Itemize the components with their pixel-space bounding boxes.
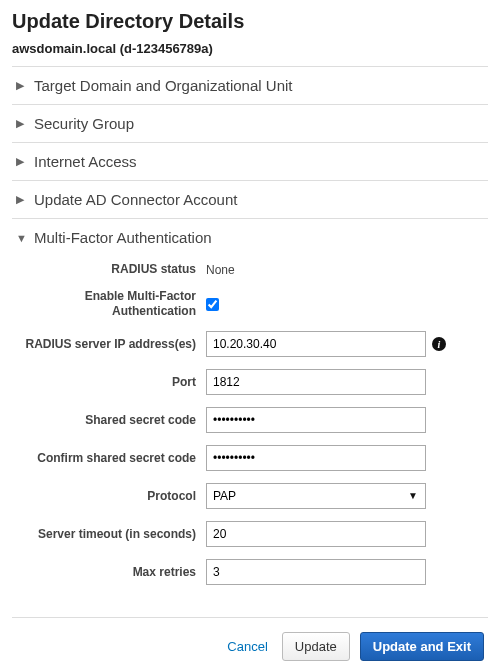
chevron-right-icon: ▶: [16, 79, 26, 92]
update-exit-button[interactable]: Update and Exit: [360, 632, 484, 661]
section-security-group[interactable]: ▶ Security Group: [12, 104, 488, 142]
update-button[interactable]: Update: [282, 632, 350, 661]
section-mfa[interactable]: ▼ Multi-Factor Authentication: [12, 218, 488, 256]
section-internet-access[interactable]: ▶ Internet Access: [12, 142, 488, 180]
section-label: Internet Access: [34, 153, 137, 170]
server-ip-label: RADIUS server IP address(es): [16, 337, 206, 352]
chevron-right-icon: ▶: [16, 193, 26, 206]
footer-actions: Cancel Update Update and Exit: [12, 618, 488, 665]
port-label: Port: [16, 375, 206, 390]
secret-label: Shared secret code: [16, 413, 206, 428]
radius-status-label: RADIUS status: [16, 262, 206, 277]
section-label: Multi-Factor Authentication: [34, 229, 212, 246]
page-subtitle: awsdomain.local (d-123456789a): [12, 41, 488, 56]
retries-input[interactable]: [206, 559, 426, 585]
info-icon[interactable]: i: [432, 337, 446, 351]
server-ip-input[interactable]: [206, 331, 426, 357]
protocol-select[interactable]: PAP: [206, 483, 426, 509]
enable-mfa-checkbox[interactable]: [206, 298, 219, 311]
timeout-input[interactable]: [206, 521, 426, 547]
retries-label: Max retries: [16, 565, 206, 580]
port-input[interactable]: [206, 369, 426, 395]
page-title: Update Directory Details: [12, 10, 488, 33]
confirm-secret-label: Confirm shared secret code: [16, 451, 206, 466]
chevron-right-icon: ▶: [16, 117, 26, 130]
section-label: Target Domain and Organizational Unit: [34, 77, 292, 94]
confirm-secret-input[interactable]: [206, 445, 426, 471]
section-label: Update AD Connector Account: [34, 191, 237, 208]
timeout-label: Server timeout (in seconds): [16, 527, 206, 542]
chevron-down-icon: ▼: [16, 232, 26, 244]
mfa-form: RADIUS status None Enable Multi-Factor A…: [12, 256, 488, 618]
cancel-button[interactable]: Cancel: [223, 633, 271, 660]
secret-input[interactable]: [206, 407, 426, 433]
protocol-label: Protocol: [16, 489, 206, 504]
section-ad-connector[interactable]: ▶ Update AD Connector Account: [12, 180, 488, 218]
section-label: Security Group: [34, 115, 134, 132]
chevron-right-icon: ▶: [16, 155, 26, 168]
section-target-domain[interactable]: ▶ Target Domain and Organizational Unit: [12, 66, 488, 104]
radius-status-value: None: [206, 263, 235, 277]
enable-mfa-label: Enable Multi-Factor Authentication: [16, 289, 206, 319]
